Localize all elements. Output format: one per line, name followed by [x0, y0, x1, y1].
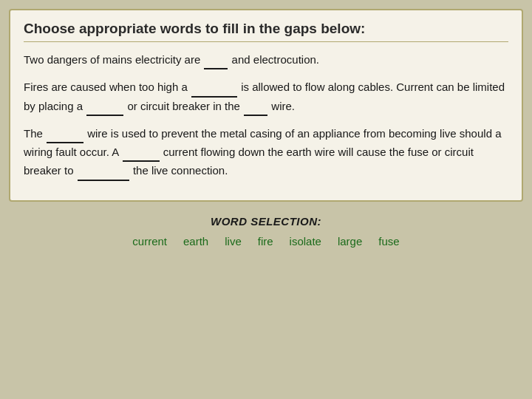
- word-fire[interactable]: fire: [258, 235, 273, 248]
- paragraph-2: Fires are caused when too high a is allo…: [24, 78, 508, 116]
- blank-1: [204, 51, 228, 69]
- word-isolate[interactable]: isolate: [290, 235, 321, 248]
- word-live[interactable]: live: [225, 235, 242, 248]
- word-fuse[interactable]: fuse: [378, 235, 399, 248]
- blank-3: [86, 98, 123, 116]
- card-title: Choose appropriate words to fill in the …: [24, 21, 508, 42]
- blank-2: [191, 78, 237, 97]
- word-selection-section: WORD SELECTION: current earth live fire …: [132, 215, 399, 248]
- word-current[interactable]: current: [132, 235, 167, 248]
- paragraph-1: Two dangers of mains electricity are and…: [24, 51, 508, 69]
- paragraph-3: The wire is used to prevent the metal ca…: [24, 125, 508, 181]
- main-card: Choose appropriate words to fill in the …: [9, 9, 523, 202]
- word-selection-label: WORD SELECTION:: [211, 215, 321, 228]
- blank-4: [244, 98, 267, 116]
- blank-6: [123, 143, 160, 162]
- blank-7: [78, 162, 129, 180]
- blank-5: [47, 125, 83, 143]
- word-earth[interactable]: earth: [183, 235, 208, 248]
- word-list: current earth live fire isolate large fu…: [132, 235, 399, 248]
- word-large[interactable]: large: [338, 235, 362, 248]
